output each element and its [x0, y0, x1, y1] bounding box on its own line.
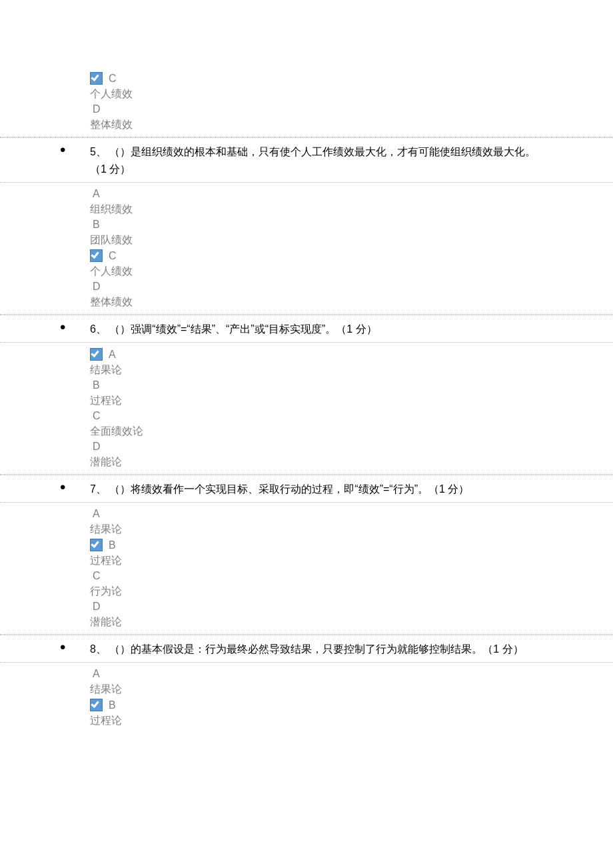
option-text: 过程论 [90, 393, 540, 409]
question-number: 8、 [90, 643, 107, 655]
option-row: D [90, 601, 540, 613]
question-row: • 5、 （）是组织绩效的根本和基础，只有使个人工作绩效最大化，才有可能使组织绩… [0, 137, 613, 183]
option-text: 组织绩效 [90, 201, 540, 217]
option-letter: A [90, 668, 100, 680]
check-icon [90, 72, 103, 85]
option-text: 个人绩效 [90, 263, 540, 279]
option-letter: C [106, 250, 117, 262]
option-row: B [90, 699, 540, 711]
check-icon [90, 699, 103, 711]
option-row: A [90, 508, 540, 520]
question-row: • 7、 （）将绩效看作一个实现目标、采取行动的过程，即“绩效”=“行为”。（1… [0, 475, 613, 503]
document-body: C 个人绩效 D 整体绩效 • 5、 （）是组织绩效的根本和基础，只有使个人工作… [0, 0, 613, 773]
option-row: A [90, 348, 540, 361]
question-body: （）是组织绩效的根本和基础，只有使个人工作绩效最大化，才有可能使组织绩效最大化。… [90, 146, 536, 175]
question-text: 8、 （）的基本假设是：行为最终必然导致结果，只要控制了行为就能够控制结果。（1… [90, 641, 613, 658]
option-row: A [90, 668, 540, 680]
bullet-icon: • [60, 143, 90, 157]
option-letter: B [106, 699, 116, 711]
check-icon [90, 249, 103, 262]
option-row: C [90, 410, 540, 422]
check-icon [90, 348, 103, 361]
options-block: A 结果论 B 过程论 C 行为论 D 潜能论 [0, 503, 613, 635]
option-text: 全面绩效论 [90, 423, 540, 439]
question-number: 7、 [90, 483, 107, 495]
option-letter: D [90, 281, 101, 293]
question-number: 6、 [90, 323, 107, 335]
question-text: 7、 （）将绩效看作一个实现目标、采取行动的过程，即“绩效”=“行为”。（1 分… [90, 481, 613, 498]
question-text: 6、 （）强调“绩效”=“结果”、“产出”或“目标实现度”。（1 分） [90, 321, 613, 338]
question-body: （）将绩效看作一个实现目标、采取行动的过程，即“绩效”=“行为”。（1 分） [109, 483, 469, 495]
option-letter: A [106, 349, 116, 361]
option-row: D [90, 281, 540, 293]
option-row: B [90, 219, 540, 231]
option-text: 过程论 [90, 713, 540, 729]
options-block: A 组织绩效 B 团队绩效 C 个人绩效 D 整体绩效 [0, 183, 613, 315]
options-block: A 结果论 B 过程论 C 全面绩效论 D 潜能论 [0, 343, 613, 475]
option-text: 个人绩效 [90, 86, 540, 102]
option-text: 结果论 [90, 681, 540, 697]
bullet-icon: • [60, 481, 90, 494]
option-row: C [90, 72, 540, 85]
option-letter: B [90, 379, 100, 391]
option-letter: C [106, 73, 117, 85]
option-text: 结果论 [90, 362, 540, 378]
option-row: D [90, 103, 540, 115]
option-letter: D [90, 601, 101, 613]
option-row: A [90, 188, 540, 200]
question-body: （）的基本假设是：行为最终必然导致结果，只要控制了行为就能够控制结果。（1 分） [109, 643, 523, 655]
option-row: B [90, 539, 540, 551]
question-row: • 8、 （）的基本假设是：行为最终必然导致结果，只要控制了行为就能够控制结果。… [0, 635, 613, 663]
option-row: B [90, 379, 540, 391]
option-letter: C [90, 570, 101, 582]
question-row: • 6、 （）强调“绩效”=“结果”、“产出”或“目标实现度”。（1 分） [0, 315, 613, 343]
option-text: 结果论 [90, 521, 540, 537]
option-letter: A [90, 188, 100, 200]
question-number: 5、 [90, 146, 107, 157]
option-row: C [90, 249, 540, 262]
option-letter: D [90, 103, 101, 115]
option-text: 行为论 [90, 583, 540, 599]
option-text: 过程论 [90, 553, 540, 569]
option-text: 潜能论 [90, 614, 540, 630]
option-text: 团队绩效 [90, 232, 540, 248]
option-letter: A [90, 508, 100, 520]
option-row: D [90, 441, 540, 453]
option-text: 整体绩效 [90, 117, 540, 133]
option-text: 潜能论 [90, 454, 540, 470]
option-text: 整体绩效 [90, 294, 540, 310]
bullet-icon: • [60, 641, 90, 654]
bullet-icon: • [60, 321, 90, 334]
question-text: 5、 （）是组织绩效的根本和基础，只有使个人工作绩效最大化，才有可能使组织绩效最… [90, 143, 613, 178]
options-block: A 结果论 B 过程论 [0, 663, 613, 733]
options-block: C 个人绩效 D 整体绩效 [0, 67, 613, 137]
option-letter: D [90, 441, 101, 453]
check-icon [90, 539, 103, 551]
option-row: C [90, 570, 540, 582]
option-letter: C [90, 410, 101, 422]
option-letter: B [90, 219, 100, 231]
question-body: （）强调“绩效”=“结果”、“产出”或“目标实现度”。（1 分） [109, 323, 376, 335]
option-letter: B [106, 539, 116, 551]
